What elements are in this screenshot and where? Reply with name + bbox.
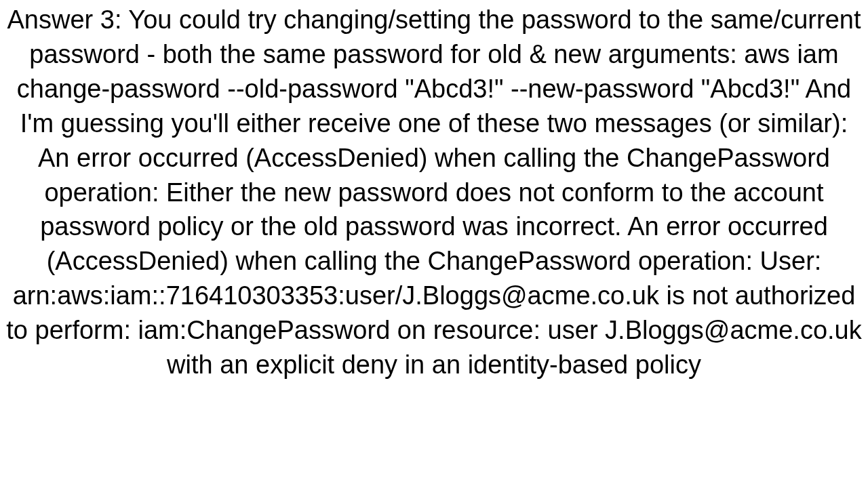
answer-text-block: Answer 3: You could try changing/setting… xyxy=(0,0,868,382)
